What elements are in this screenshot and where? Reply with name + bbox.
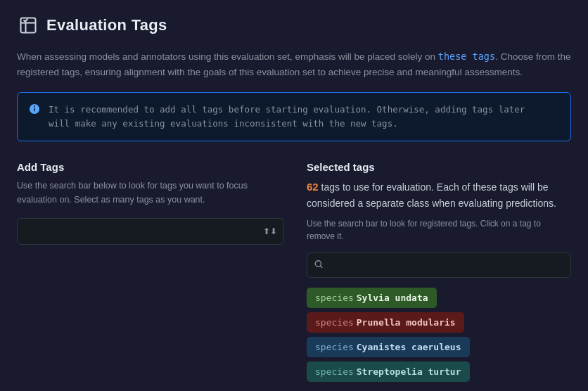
tags-search-input[interactable]	[307, 252, 571, 278]
info-icon	[29, 103, 40, 117]
tag-name: Sylvia undata	[357, 293, 428, 303]
these-tags-link[interactable]: these tags	[438, 51, 495, 62]
selected-tags-title: Selected tags	[307, 161, 571, 173]
tag-select[interactable]	[17, 218, 284, 245]
add-tags-description: Use the search bar below to look for tag…	[17, 179, 284, 207]
tag-name: Streptopelia turtur	[357, 366, 461, 377]
tag-item[interactable]: species Cyanistes caeruleus	[307, 337, 470, 357]
tag-prefix: species	[315, 317, 354, 328]
info-text: It is recommended to add all tags before…	[49, 103, 525, 131]
tag-name: Prunella modularis	[357, 317, 456, 328]
tag-prefix: species	[315, 342, 354, 352]
tag-prefix: species	[315, 366, 354, 377]
intro-paragraph: When assessing models and annotators usi…	[17, 49, 571, 79]
info-box: It is recommended to add all tags before…	[17, 92, 571, 141]
tag-prefix: species	[315, 293, 354, 303]
tag-select-wrapper: ⬆⬇	[17, 218, 284, 245]
tag-item[interactable]: species Sylvia undata	[307, 288, 437, 308]
selected-tags-section: Selected tags 62 tags to use for evaluat…	[307, 161, 571, 381]
tags-search-wrapper	[307, 252, 571, 278]
evaluation-icon	[17, 14, 39, 37]
tag-item[interactable]: species Prunella modularis	[307, 312, 464, 333]
svg-rect-0	[21, 18, 36, 33]
add-tags-section: Add Tags Use the search bar below to loo…	[17, 161, 284, 381]
tag-name: Cyanistes caeruleus	[357, 342, 461, 352]
add-tags-title: Add Tags	[17, 161, 284, 173]
selected-desc-main-text: tags to use for evaluation. Each of thes…	[307, 181, 556, 209]
selected-count: 62	[307, 181, 319, 193]
tag-item[interactable]: species Streptopelia turtur	[307, 361, 470, 382]
page-header: Evaluation Tags	[17, 14, 571, 37]
selected-tags-count-desc: 62 tags to use for evaluation. Each of t…	[307, 179, 571, 211]
page-title: Evaluation Tags	[46, 16, 167, 34]
tags-list: species Sylvia undata species Prunella m…	[307, 288, 571, 382]
intro-text-before: When assessing models and annotators usi…	[17, 51, 438, 62]
selected-desc-sub: Use the search bar to look for registere…	[307, 217, 571, 243]
main-content: Add Tags Use the search bar below to loo…	[17, 161, 571, 381]
